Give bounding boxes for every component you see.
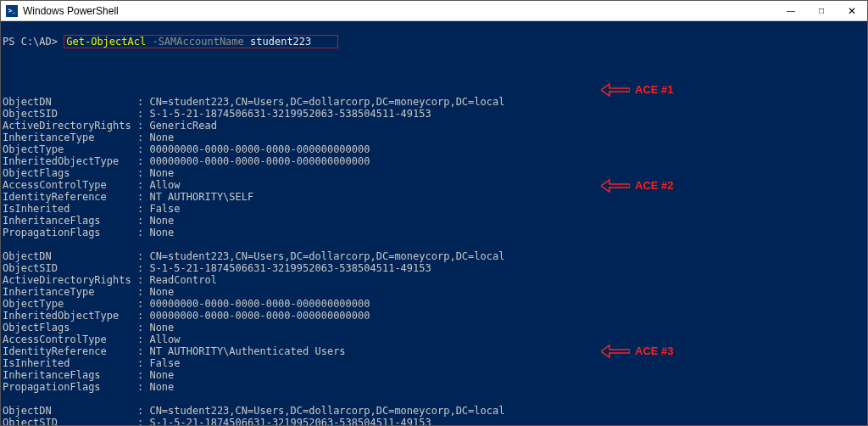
arrow-left-icon	[601, 344, 630, 359]
output-row: AccessControlType : Allow	[3, 179, 865, 191]
output-key: ObjectDN	[3, 96, 131, 108]
output-value: False	[149, 357, 180, 369]
output-value: False	[149, 203, 180, 215]
output-value: None	[149, 167, 174, 179]
output-key: AccessControlType	[3, 334, 131, 345]
cmd-arg: student223	[250, 36, 311, 48]
output-value: NT AUTHORITY\SELF	[149, 191, 253, 203]
output-key: InheritedObjectType	[3, 155, 131, 167]
output-row: InheritedObjectType : 00000000-0000-0000…	[3, 310, 865, 322]
output-value: Allow	[149, 334, 180, 345]
output-row: ObjectType : 00000000-0000-0000-0000-000…	[3, 143, 865, 155]
output-key: ObjectType	[3, 298, 131, 310]
output-row: InheritedObjectType : 00000000-0000-0000…	[3, 155, 865, 167]
prompt-prefix: PS C:\AD>	[3, 36, 58, 48]
output-row: ObjectSID : S-1-5-21-1874506631-32199520…	[3, 417, 865, 425]
output-value: S-1-5-21-1874506631-3219952063-538504511…	[149, 417, 431, 425]
output-key: ObjectType	[3, 143, 131, 155]
output-row: ObjectDN : CN=student223,CN=Users,DC=dol…	[3, 96, 865, 108]
output-key: IsInherited	[3, 357, 131, 369]
output-value: NT AUTHORITY\Authenticated Users	[149, 345, 345, 357]
output-row: IdentityReference : NT AUTHORITY\Authent…	[3, 345, 865, 357]
ace-output-list: ObjectDN : CN=student223,CN=Users,DC=dol…	[3, 96, 865, 425]
output-value: 00000000-0000-0000-0000-000000000000	[149, 298, 370, 310]
annotation-ace3: ACE #3	[601, 344, 674, 359]
output-value: Allow	[149, 179, 180, 191]
output-key: ActiveDirectoryRights	[3, 120, 131, 132]
output-key: InheritanceType	[3, 132, 131, 143]
output-value: None	[149, 381, 174, 393]
output-key: ObjectDN	[3, 405, 131, 417]
output-value: CN=student223,CN=Users,DC=dollarcorp,DC=…	[149, 405, 504, 417]
output-key: ObjectFlags	[3, 167, 131, 179]
output-row: ObjectType : 00000000-0000-0000-0000-000…	[3, 298, 865, 310]
output-value: None	[149, 286, 174, 298]
output-value: None	[149, 132, 174, 143]
output-key: ActiveDirectoryRights	[3, 274, 131, 286]
output-key: ObjectDN	[3, 250, 131, 262]
output-row: ObjectSID : S-1-5-21-1874506631-32199520…	[3, 262, 865, 274]
output-key: ObjectSID	[3, 108, 131, 120]
console-output[interactable]: PS C:\AD> Get-ObjectAcl -SAMAccountName …	[1, 21, 867, 425]
titlebar[interactable]: >_ Windows PowerShell ― □ ✕	[1, 1, 867, 21]
output-key: AccessControlType	[3, 179, 131, 191]
output-row: InheritanceFlags : None	[3, 215, 865, 227]
close-button[interactable]: ✕	[837, 1, 867, 20]
powershell-window: >_ Windows PowerShell ― □ ✕ PS C:\AD> Ge…	[0, 0, 868, 426]
command-highlight-box: Get-ObjectAcl -SAMAccountName student223	[64, 35, 338, 48]
annotation-label: ACE #3	[635, 345, 674, 357]
output-row: InheritanceType : None	[3, 132, 865, 143]
output-value: GenericRead	[149, 120, 216, 132]
prompt-line: PS C:\AD> Get-ObjectAcl -SAMAccountName …	[3, 36, 338, 48]
output-row: PropagationFlags : None	[3, 227, 865, 238]
output-key: InheritanceFlags	[3, 369, 131, 381]
output-value: 00000000-0000-0000-0000-000000000000	[149, 310, 370, 322]
output-key: PropagationFlags	[3, 227, 131, 238]
window-controls: ― □ ✕	[776, 1, 867, 20]
output-row: ObjectDN : CN=student223,CN=Users,DC=dol…	[3, 405, 865, 417]
output-value: CN=student223,CN=Users,DC=dollarcorp,DC=…	[149, 96, 504, 108]
annotation-ace1: ACE #1	[601, 82, 674, 98]
output-key: IdentityReference	[3, 191, 131, 203]
output-value: 00000000-0000-0000-0000-000000000000	[149, 155, 370, 167]
output-row: ObjectFlags : None	[3, 167, 865, 179]
output-value: None	[149, 322, 174, 334]
output-row: IsInherited : False	[3, 203, 865, 215]
output-row: ActiveDirectoryRights : ReadControl	[3, 274, 865, 286]
output-value: None	[149, 227, 174, 238]
output-row: ActiveDirectoryRights : GenericRead	[3, 120, 865, 132]
output-row: InheritanceType : None	[3, 286, 865, 298]
output-key: IsInherited	[3, 203, 131, 215]
arrow-left-icon	[601, 82, 630, 98]
output-row: InheritanceFlags : None	[3, 369, 865, 381]
powershell-icon: >_	[6, 5, 18, 17]
output-key: PropagationFlags	[3, 381, 131, 393]
annotation-ace2: ACE #2	[601, 178, 674, 193]
output-row: ObjectSID : S-1-5-21-1874506631-32199520…	[3, 108, 865, 120]
output-key: ObjectSID	[3, 262, 131, 274]
minimize-button[interactable]: ―	[776, 1, 806, 20]
annotation-label: ACE #2	[635, 180, 674, 192]
output-value: CN=student223,CN=Users,DC=dollarcorp,DC=…	[149, 250, 504, 262]
maximize-button[interactable]: □	[806, 1, 837, 20]
output-value: S-1-5-21-1874506631-3219952063-538504511…	[149, 262, 431, 274]
output-row: PropagationFlags : None	[3, 381, 865, 393]
annotation-label: ACE #1	[635, 84, 674, 96]
cmdlet-name: Get-ObjectAcl	[66, 36, 146, 48]
output-key: ObjectSID	[3, 417, 131, 425]
output-value: ReadControl	[149, 274, 216, 286]
output-row: ObjectDN : CN=student223,CN=Users,DC=dol…	[3, 250, 865, 262]
output-value: S-1-5-21-1874506631-3219952063-538504511…	[149, 108, 431, 120]
output-value: 00000000-0000-0000-0000-000000000000	[149, 143, 370, 155]
arrow-left-icon	[601, 178, 630, 193]
output-row: AccessControlType : Allow	[3, 334, 865, 345]
output-key: ObjectFlags	[3, 322, 131, 334]
output-key: InheritanceType	[3, 286, 131, 298]
output-row: ObjectFlags : None	[3, 322, 865, 334]
output-key: InheritedObjectType	[3, 310, 131, 322]
output-value: None	[149, 369, 174, 381]
output-value: None	[149, 215, 174, 227]
output-row: IsInherited : False	[3, 357, 865, 369]
window-title: Windows PowerShell	[23, 5, 776, 17]
output-key: InheritanceFlags	[3, 215, 131, 227]
